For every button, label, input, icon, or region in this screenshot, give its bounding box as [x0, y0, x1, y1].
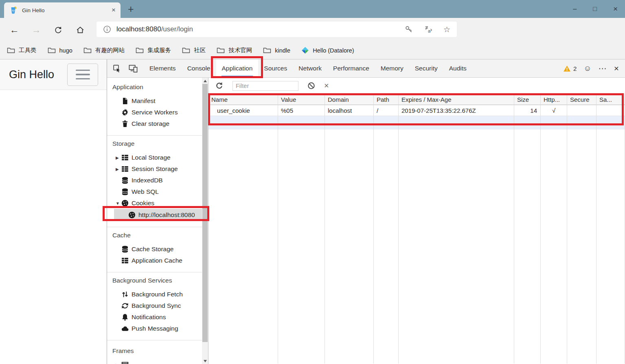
sidebar-item-manifest[interactable]: Manifest: [107, 95, 203, 107]
sidebar-item-background-fetch[interactable]: Background Fetch: [107, 289, 203, 300]
url-text[interactable]: localhost:8080/user/login: [116, 25, 193, 33]
column-header-samesite[interactable]: Sa...: [596, 94, 625, 105]
cookie-cell-size[interactable]: 14: [514, 105, 541, 116]
bookmark-folder[interactable]: 技术官网: [217, 46, 252, 54]
bookmark-datalore[interactable]: Hello (Datalore): [301, 46, 354, 54]
address-bar[interactable]: localhost:8080/user/login ☆: [96, 22, 457, 37]
bookmark-folder[interactable]: 有趣的网站: [83, 46, 125, 54]
empty-selected-row-cell[interactable]: [374, 116, 399, 129]
clear-all-icon[interactable]: [307, 82, 315, 90]
column-header-value[interactable]: Value: [278, 94, 325, 105]
column-header-path[interactable]: Path: [374, 94, 399, 105]
console-warning-badge[interactable]: 2: [563, 65, 577, 72]
bookmark-folder[interactable]: 集成服务: [136, 46, 171, 54]
sidebar-item-frame-top[interactable]: ▶: [107, 359, 203, 364]
devtools-menu-icon[interactable]: ⋯: [599, 64, 607, 73]
expander-icon[interactable]: ▶: [116, 156, 121, 160]
tab-performance[interactable]: Performance: [327, 59, 375, 77]
nav-buttons: ← →: [0, 18, 91, 42]
tab-console[interactable]: Console: [182, 59, 216, 77]
cookie-cell-name[interactable]: user_cookie: [208, 105, 278, 116]
tab-elements[interactable]: Elements: [144, 59, 182, 77]
cookie-cell-path[interactable]: /: [374, 105, 399, 116]
translate-icon[interactable]: [424, 25, 433, 34]
devtools-feedback-icon[interactable]: ☺: [583, 64, 591, 73]
sidebar-item-clear-storage[interactable]: Clear storage: [107, 118, 203, 129]
key-icon[interactable]: [405, 25, 413, 34]
empty-selected-row-cell[interactable]: [541, 116, 567, 129]
empty-selected-row-cell[interactable]: [208, 116, 278, 129]
table-filler-cell: [514, 129, 541, 364]
reload-button[interactable]: [47, 24, 69, 35]
column-header-secure[interactable]: Secure: [567, 94, 596, 105]
empty-selected-row-cell[interactable]: [514, 116, 541, 129]
new-tab-button[interactable]: +: [128, 3, 134, 15]
column-header-httponly[interactable]: Http...: [541, 94, 567, 105]
folder-icon: [7, 47, 15, 54]
device-toolbar-icon[interactable]: [129, 64, 138, 73]
tab-memory[interactable]: Memory: [375, 59, 409, 77]
expander-icon[interactable]: ▶: [116, 363, 121, 364]
sidebar-item-web-sql[interactable]: Web SQL: [107, 186, 203, 197]
item-label: Manifest: [132, 97, 156, 105]
delete-selected-icon[interactable]: ×: [324, 81, 329, 90]
minimize-button[interactable]: –: [573, 5, 577, 13]
browser-tab[interactable]: Gin Hello ×: [4, 2, 121, 18]
expander-icon[interactable]: ▶: [116, 167, 121, 171]
bookmark-folder[interactable]: kindle: [263, 47, 290, 54]
column-header-size[interactable]: Size: [514, 94, 541, 105]
maximize-button[interactable]: □: [593, 5, 597, 13]
expander-icon[interactable]: ▼: [116, 201, 121, 206]
bookmark-folder[interactable]: 社区: [182, 46, 206, 54]
cookie-cell-expires[interactable]: 2019-07-25T13:35:22.676Z: [399, 105, 514, 116]
cookie-cell-httponly-check[interactable]: √: [541, 105, 567, 116]
tab-sources[interactable]: Sources: [258, 59, 293, 77]
sidebar-item-indexeddb[interactable]: IndexedDB: [107, 175, 203, 186]
devtools-close-icon[interactable]: ×: [614, 64, 619, 73]
tab-close-icon[interactable]: ×: [112, 6, 116, 14]
cookie-cell-value[interactable]: %05: [278, 105, 325, 116]
column-header-name[interactable]: Name: [208, 94, 278, 105]
empty-selected-row-cell[interactable]: [325, 116, 374, 129]
empty-selected-row-cell[interactable]: [596, 116, 625, 129]
cookie-cell-samesite[interactable]: [596, 105, 625, 116]
sidebar-item-cookies[interactable]: ▼Cookies: [107, 197, 203, 209]
sidebar-item-service-workers[interactable]: Service Workers: [107, 107, 203, 118]
sidebar-item-push-messaging[interactable]: Push Messaging: [107, 323, 203, 334]
filter-input[interactable]: [232, 81, 298, 91]
add-favorite-star-icon[interactable]: ☆: [443, 25, 450, 34]
sidebar-scrollbar[interactable]: [202, 78, 208, 364]
tab-audits[interactable]: Audits: [443, 59, 472, 77]
sidebar-item-background-sync[interactable]: Background Sync: [107, 300, 203, 311]
back-button[interactable]: ←: [3, 24, 25, 35]
tab-security[interactable]: Security: [409, 59, 443, 77]
window-close-button[interactable]: ×: [613, 4, 618, 13]
tab-network[interactable]: Network: [293, 59, 327, 77]
refresh-icon[interactable]: [215, 81, 224, 90]
tab-application[interactable]: Application: [216, 59, 259, 77]
scrollbar-thumb[interactable]: [202, 84, 208, 342]
bookmark-folder[interactable]: 工具类: [7, 46, 37, 54]
cookie-cell-domain[interactable]: localhost: [325, 105, 374, 116]
sidebar-item-cache-storage[interactable]: Cache Storage: [107, 243, 203, 255]
navbar-toggler-button[interactable]: [67, 64, 98, 86]
cookie-cell-secure[interactable]: [567, 105, 596, 116]
column-header-expires[interactable]: Expires / Max-Age: [399, 94, 514, 105]
empty-selected-row-cell[interactable]: [567, 116, 596, 129]
empty-selected-row-cell[interactable]: [278, 116, 325, 129]
bookmark-folder[interactable]: hugo: [48, 47, 72, 54]
home-button[interactable]: [69, 24, 91, 35]
site-info-icon[interactable]: [103, 25, 111, 33]
sidebar-item-notifications[interactable]: Notifications: [107, 311, 203, 323]
database-icon: [121, 188, 129, 195]
forward-button[interactable]: →: [25, 24, 47, 35]
scroll-down-arrow[interactable]: [202, 358, 208, 364]
sidebar-item-application-cache[interactable]: Application Cache: [107, 255, 203, 266]
column-header-domain[interactable]: Domain: [325, 94, 374, 105]
sidebar-item-local-storage[interactable]: ▶Local Storage: [107, 152, 203, 163]
scroll-up-arrow[interactable]: [202, 78, 208, 84]
sidebar-item-session-storage[interactable]: ▶Session Storage: [107, 163, 203, 175]
sidebar-item-cookie-origin-localhost[interactable]: http://localhost:8080: [114, 209, 203, 221]
inspect-element-icon[interactable]: [113, 64, 121, 73]
empty-selected-row-cell[interactable]: [399, 116, 514, 129]
